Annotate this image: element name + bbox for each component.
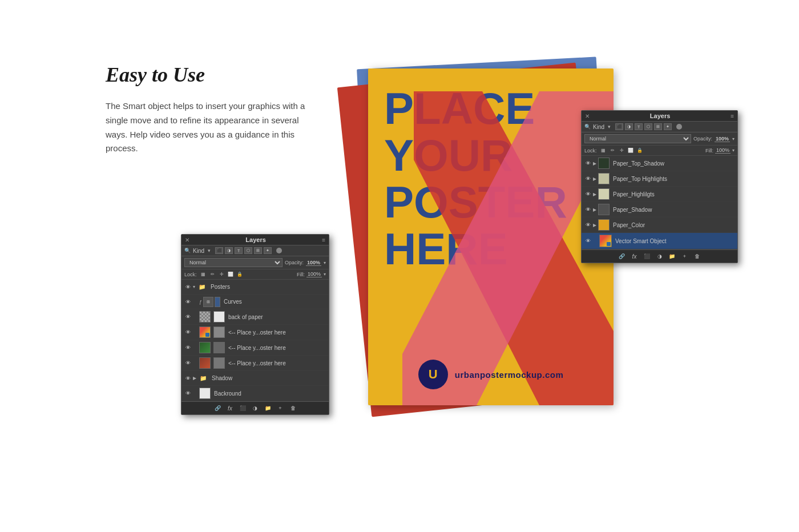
layer-row-shadow[interactable]: 👁 ▶ 📁 Shadow: [181, 371, 329, 386]
kind-label-large: Kind: [193, 248, 204, 254]
eye-curves[interactable]: 👁: [184, 299, 191, 305]
toolbar-adjust-large[interactable]: ◑: [251, 404, 260, 412]
toolbar-link-small[interactable]: 🔗: [618, 252, 627, 260]
layer-row-vector-smart[interactable]: 👁 Vector Smart Object: [582, 233, 737, 249]
red-cross-overlay: [368, 68, 614, 405]
eye-pc[interactable]: 👁: [584, 221, 591, 228]
curves-thumb: ⊞: [203, 297, 213, 307]
filter-adjust-s[interactable]: ◑: [625, 123, 633, 130]
toolbar-fx-large[interactable]: fx: [225, 404, 235, 412]
toolbar-mask-small[interactable]: ⬛: [643, 252, 652, 260]
layer-row-backround[interactable]: 👁 Backround: [181, 386, 329, 401]
filter-text[interactable]: T: [235, 247, 243, 254]
filter-toggle-large[interactable]: [276, 248, 282, 253]
toolbar-link-large[interactable]: 🔗: [213, 404, 222, 412]
toolbar-folder-small[interactable]: 📁: [668, 252, 677, 260]
layer-row-smart2[interactable]: 👁 <-- Place y...oster here: [181, 340, 329, 356]
toolbar-new-large[interactable]: +: [276, 404, 285, 412]
expand-pth[interactable]: ▶: [593, 176, 596, 182]
eye-backround[interactable]: 👁: [184, 390, 191, 397]
layer-row-posters[interactable]: 👁 ▾ 📁 Posters: [181, 280, 329, 295]
layer-name-vs: Vector Smart Object: [615, 238, 666, 244]
panel-close-small[interactable]: ✕: [585, 113, 590, 119]
lock-transparency[interactable]: ▦: [200, 271, 207, 277]
blend-mode-large[interactable]: Normal: [184, 258, 283, 267]
toolbar-delete-small[interactable]: 🗑: [693, 252, 702, 260]
layer-row-smart1[interactable]: 👁 <-- Place y...oster here: [181, 325, 329, 340]
layer-name-curves: Curves: [224, 299, 242, 305]
eye-ps[interactable]: 👁: [584, 206, 591, 213]
lock-position[interactable]: ✛: [218, 271, 225, 277]
filter-extra[interactable]: ✦: [264, 247, 272, 254]
toolbar-fx-small[interactable]: fx: [630, 252, 639, 260]
toolbar-folder-large[interactable]: 📁: [263, 404, 272, 412]
layer-row-paper-highlights[interactable]: 👁 ▶ Paper_Highlilgts: [582, 187, 737, 202]
expand-pts[interactable]: ▶: [593, 161, 596, 166]
panel-menu-large[interactable]: ≡: [322, 237, 325, 243]
layer-row-paper-top-shadow[interactable]: 👁 ▶ Paper_Top_Shadow: [582, 156, 737, 171]
kind-arrow-small: ▾: [608, 124, 611, 130]
toolbar-new-small[interactable]: +: [680, 252, 689, 260]
panel-close-large[interactable]: ✕: [185, 237, 189, 243]
filter-pixel-s[interactable]: ⬛: [615, 123, 623, 130]
layer-row-paper-color[interactable]: 👁 ▶ Paper_Color: [582, 217, 737, 233]
filter-pixel[interactable]: ⬛: [215, 247, 223, 254]
fill-section-large: Fill: 100% ▾: [297, 271, 326, 277]
lock-all-s[interactable]: 🔒: [636, 147, 644, 154]
fill-value-small[interactable]: 100%: [715, 147, 731, 154]
filter-shape-s[interactable]: ⬡: [644, 123, 652, 130]
eye-back-paper[interactable]: 👁: [184, 313, 191, 320]
filter-smart-s[interactable]: ⊞: [654, 123, 662, 130]
eye-smart2[interactable]: 👁: [184, 344, 191, 351]
eye-pth[interactable]: 👁: [584, 175, 591, 182]
opacity-value-small[interactable]: 100%: [715, 136, 730, 142]
lock-pos-s[interactable]: ✛: [618, 147, 626, 154]
eye-shadow[interactable]: 👁: [184, 375, 191, 382]
layer-row-smart3[interactable]: 👁 <-- Place y...oster here: [181, 356, 329, 371]
eye-vs[interactable]: 👁: [584, 237, 591, 244]
lock-paint[interactable]: ✏: [209, 271, 216, 277]
lock-art-s[interactable]: ⬜: [627, 147, 635, 154]
expand-ps[interactable]: ▶: [593, 207, 596, 212]
layer-row-paper-shadow[interactable]: 👁 ▶ Paper_Shadow: [582, 202, 737, 217]
fill-section-small: Fill: 100% ▾: [705, 147, 735, 154]
lock-trans-s[interactable]: ▦: [600, 147, 607, 154]
eye-smart1[interactable]: 👁: [184, 329, 191, 336]
eye-posters[interactable]: 👁: [184, 284, 191, 291]
fill-arrow: ▾: [324, 272, 326, 277]
layer-name-backround: Backround: [214, 390, 241, 397]
blend-row-small: Normal Opacity: 100% ▾: [582, 132, 737, 146]
layer-row-back-paper[interactable]: 👁 back of paper: [181, 309, 329, 325]
layer-row-paper-top-highlights[interactable]: 👁 ▶ Paper_Top Highlights: [582, 171, 737, 187]
toolbar-delete-large[interactable]: 🗑: [288, 404, 297, 412]
panel-menu-small[interactable]: ≡: [731, 113, 734, 119]
lock-label-large: Lock:: [184, 272, 197, 277]
blend-mode-small[interactable]: Normal: [584, 134, 691, 143]
lock-paint-s[interactable]: ✏: [609, 147, 616, 154]
opacity-value-large[interactable]: 100%: [306, 260, 321, 266]
smart1-thumb: [199, 327, 211, 338]
filter-extra-s[interactable]: ✦: [664, 123, 672, 130]
opacity-arrow: ▾: [324, 260, 326, 265]
toolbar-adjust-small[interactable]: ◑: [655, 252, 664, 260]
eye-smart3[interactable]: 👁: [184, 360, 191, 366]
filter-shape[interactable]: ⬡: [244, 247, 252, 254]
expand-shadow[interactable]: ▶: [193, 376, 196, 381]
filter-toggle-small[interactable]: [676, 124, 682, 130]
panel-toolbar-large: 🔗 fx ⬛ ◑ 📁 + 🗑: [181, 401, 329, 414]
smart2-mask: [213, 342, 225, 353]
expand-ph[interactable]: ▶: [593, 192, 596, 197]
eye-ph[interactable]: 👁: [584, 191, 591, 198]
eye-paper-top-shadow[interactable]: 👁: [584, 160, 591, 167]
expand-posters[interactable]: ▾: [193, 284, 195, 289]
fill-value-large[interactable]: 100%: [306, 271, 322, 277]
panel-toolbar-small: 🔗 fx ⬛ ◑ 📁 + 🗑: [582, 249, 737, 263]
filter-text-s[interactable]: T: [635, 123, 643, 130]
toolbar-mask-large[interactable]: ⬛: [238, 404, 247, 412]
filter-adjust[interactable]: ◑: [225, 247, 233, 254]
layer-row-curves[interactable]: 👁 ƒ ⊞ Curves: [181, 295, 329, 309]
filter-smart[interactable]: ⊞: [254, 247, 262, 254]
lock-artboard[interactable]: ⬜: [227, 271, 235, 277]
expand-pc[interactable]: ▶: [593, 223, 596, 228]
lock-all[interactable]: 🔒: [236, 271, 244, 277]
